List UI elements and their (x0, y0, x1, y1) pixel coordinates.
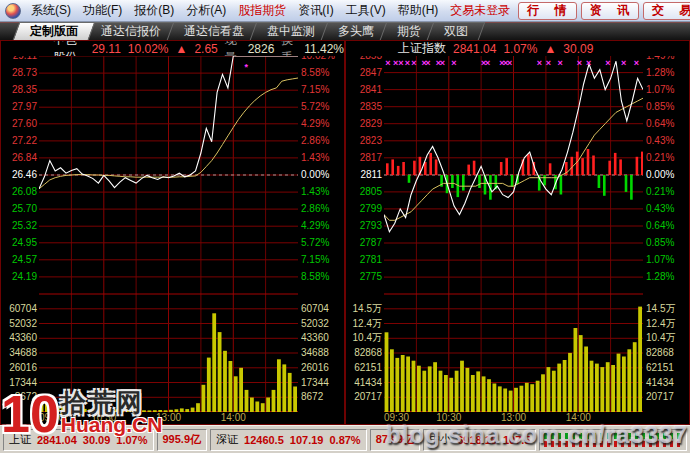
tab-label: 通达信看盘 (184, 23, 244, 39)
right-axis-label: 10.4万 (646, 333, 675, 343)
sh-index-cell[interactable]: 上证 2841.04 30.09 1.07% (3, 429, 154, 451)
svg-text:×: × (557, 58, 562, 68)
left-axis-label: 2799 (360, 204, 382, 214)
right-axis-label: 26016 (301, 363, 329, 373)
time-label: 14:00 (221, 412, 246, 423)
stock-chart-svg: * (39, 56, 298, 412)
left-axis-label: 24.95 (12, 238, 37, 248)
left-axis-label: 26.46 (12, 170, 37, 180)
sh-index-change: 30.09 (83, 434, 111, 446)
menu-help[interactable]: 帮助(H) (392, 1, 445, 20)
right-axis-label: 10.02% (301, 56, 335, 61)
right-axis-label: 41434 (646, 378, 674, 388)
svg-text:×: × (634, 58, 639, 68)
time-label: 10:30 (436, 412, 461, 423)
right-axis-label: 1.07% (646, 85, 674, 95)
stock-price: 29.11 (92, 42, 121, 56)
right-axis-label: 34688 (301, 348, 329, 358)
left-axis-label: 14.5万 (353, 304, 382, 314)
zx-index-name: 中小 (429, 432, 451, 447)
time-label: 13:00 (501, 412, 526, 423)
svg-text:×: × (605, 58, 610, 68)
mini-advance-bars (544, 433, 682, 439)
right-axis-label: 5.72% (301, 238, 329, 248)
up-arrow-icon: ▲ (544, 42, 556, 56)
left-axis-label: 26016 (9, 363, 37, 373)
stock-header: 中色股份 29.11 10.02% ▲ 2.65 现量 2826 换手 11.4… (1, 41, 344, 56)
svg-text:*: * (244, 62, 248, 72)
right-axis-label: 62151 (646, 363, 674, 373)
stock-panel: 中色股份 29.11 10.02% ▲ 2.65 现量 2826 换手 11.4… (0, 40, 345, 425)
intraday-chart-stock[interactable]: * (39, 56, 298, 412)
right-axis-label: 0.85% (646, 102, 674, 112)
right-axis-label: 8.58% (301, 272, 329, 282)
svg-text:×: × (485, 58, 490, 68)
quote-button[interactable]: 行 情 (518, 2, 576, 20)
sh-amount: 995.9亿 (163, 432, 202, 447)
menu-index-futures[interactable]: 股指期货 (232, 1, 292, 20)
intraday-chart-index[interactable]: ××××××××××××××××××××××× (384, 56, 643, 412)
svg-text:×: × (546, 58, 551, 68)
up-arrow-icon: ▲ (176, 42, 188, 56)
tab-tdx-quotes[interactable]: 通达信报价 (84, 22, 179, 40)
right-axis-label: 5.72% (301, 102, 329, 112)
stock-name[interactable]: 中色股份 (53, 41, 85, 56)
right-axis-label: 2.86% (301, 204, 329, 214)
news-button[interactable]: 资 讯 (581, 2, 639, 20)
svg-text:×: × (577, 58, 582, 68)
menu-analysis[interactable]: 分析(A) (180, 1, 232, 20)
right-axis-label: 0.64% (646, 221, 674, 231)
right-axis-label: 4.29% (301, 221, 329, 231)
left-axis-label: 2787 (360, 238, 382, 248)
tab-label: 双图 (444, 23, 468, 39)
tab-custom-layout[interactable]: 定制版面 (13, 22, 96, 40)
left-axis-label: 10.4万 (353, 333, 382, 343)
left-axis-label: 2805 (360, 187, 382, 197)
right-axis-label: 0.85% (646, 238, 674, 248)
sz-index-name: 深证 (216, 432, 238, 447)
menu-quote[interactable]: 报价(B) (128, 1, 180, 20)
time-label: 14:00 (566, 412, 591, 423)
left-axis-label: 8672 (15, 392, 37, 402)
index-name[interactable]: 上证指数 (398, 41, 446, 56)
svg-text:×: × (425, 58, 430, 68)
right-axis-label: 0.00% (646, 170, 674, 180)
left-axis-label: 2781 (360, 255, 382, 265)
sz-index-cell[interactable]: 深证 12460.5 107.19 0.87% (210, 429, 367, 451)
menu-function[interactable]: 功能(F) (77, 1, 128, 20)
left-axis-label: 27.22 (12, 136, 37, 146)
tab-intraday-monitor[interactable]: 盘中监测 (250, 22, 333, 40)
zx-index-cell[interactable]: 中小 6918.15 107.5 (423, 429, 536, 451)
left-axis-label: 52032 (9, 319, 37, 329)
left-axis-label: 24.19 (12, 272, 37, 282)
menu-news[interactable]: 资讯(I) (292, 1, 339, 20)
time-axis: 09:3010:3013:0014:00 (39, 412, 298, 424)
left-axis-label: 2775 (360, 272, 382, 282)
sh-index-value: 2841.04 (37, 434, 77, 446)
tab-label: 定制版面 (30, 23, 78, 39)
left-axis-label: 2817 (360, 153, 382, 163)
left-axis-label: 24.57 (12, 255, 37, 265)
sz-index-change: 107.19 (290, 434, 324, 446)
right-axis-label: 0.43% (646, 204, 674, 214)
status-bar: 上证 2841.04 30.09 1.07% 995.9亿 深证 12460.5… (0, 425, 690, 453)
right-axis-label: 8672 (301, 392, 323, 402)
tab-tdx-watch[interactable]: 通达信看盘 (167, 22, 262, 40)
turnover-value: 11.42% (304, 42, 344, 56)
pct-axis-right: 10.02%8.58%7.15%5.72%4.29%2.86%1.43%0.00… (298, 56, 344, 412)
menu-tools[interactable]: 工具(V) (340, 1, 392, 20)
index-change: 30.09 (563, 42, 593, 56)
trade-button[interactable]: 交 易 (643, 2, 690, 20)
left-axis-label: 2841 (360, 85, 382, 95)
index-chart-svg: ××××××××××××××××××××××× (384, 56, 643, 412)
svg-text:×: × (440, 58, 445, 68)
index-panel: 上证指数 2841.04 1.07% ▲ 30.09 2853284728412… (345, 40, 690, 425)
trade-not-logged-in[interactable]: 交易未登录 (444, 1, 516, 20)
right-axis-label: 8.58% (301, 68, 329, 78)
sh-index-name: 上证 (9, 432, 31, 447)
menu-system[interactable]: 系统(S) (25, 1, 77, 20)
chart-area: 中色股份 29.11 10.02% ▲ 2.65 现量 2826 换手 11.4… (0, 40, 690, 425)
right-axis-label: 1.49% (646, 56, 674, 61)
tab-label: 期货 (397, 23, 421, 39)
tab-dual-chart[interactable]: 双图 (427, 22, 486, 40)
